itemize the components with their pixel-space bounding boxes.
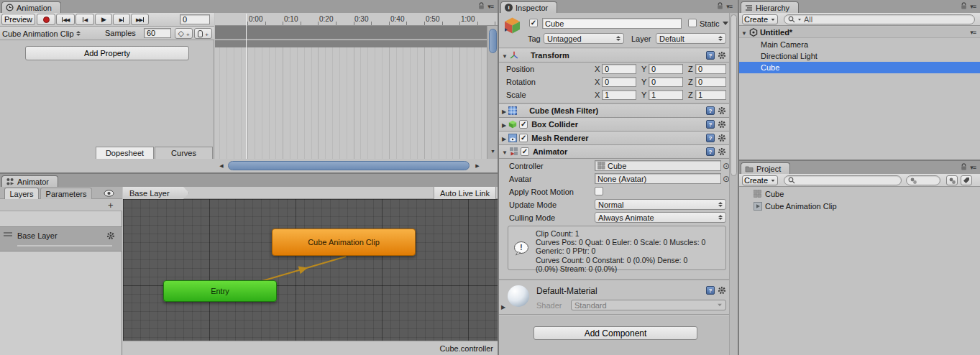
- eye-icon[interactable]: [104, 190, 114, 197]
- scene-row[interactable]: Untitled*: [739, 27, 980, 38]
- gear-icon[interactable]: [718, 134, 726, 142]
- position-x-field[interactable]: 0: [602, 64, 636, 74]
- timeline-horizontal-scrollbar[interactable]: ◀ ▶: [215, 159, 498, 172]
- foldout-icon[interactable]: [501, 302, 505, 310]
- component-enabled-checkbox[interactable]: [519, 134, 528, 142]
- tab-layers[interactable]: Layers: [4, 188, 39, 199]
- apply-root-motion-checkbox[interactable]: [595, 187, 603, 195]
- state-node-cube-animation-clip[interactable]: Cube Animation Clip: [272, 229, 416, 256]
- previous-frame-button[interactable]: [75, 14, 94, 25]
- tab-curves[interactable]: Curves: [155, 147, 213, 159]
- animator-component-header[interactable]: Animator ?: [499, 145, 729, 159]
- horizontal-scrollbar-thumb[interactable]: [228, 161, 470, 170]
- create-button[interactable]: Create: [742, 175, 778, 185]
- samples-field[interactable]: 60: [144, 28, 171, 38]
- record-button[interactable]: [37, 14, 55, 25]
- foldout-icon[interactable]: [502, 147, 508, 156]
- hierarchy-item-main-camera[interactable]: Main Camera: [739, 39, 980, 50]
- tab-inspector[interactable]: i Inspector: [500, 1, 557, 13]
- timeline-vertical-scrollbar[interactable]: ▼: [487, 26, 498, 159]
- panel-menu-icon[interactable]: [487, 3, 493, 10]
- help-icon[interactable]: ?: [706, 134, 715, 142]
- layer-item-base-layer[interactable]: Base Layer: [0, 226, 122, 252]
- gear-icon[interactable]: [718, 120, 726, 129]
- active-checkbox[interactable]: [529, 19, 538, 27]
- next-frame-button[interactable]: [113, 14, 130, 25]
- hierarchy-search-field[interactable]: All: [784, 14, 975, 24]
- help-icon[interactable]: ?: [706, 120, 715, 129]
- panel-menu-icon[interactable]: [726, 3, 732, 10]
- rotation-y-field[interactable]: 0: [649, 77, 683, 87]
- gear-icon[interactable]: [718, 51, 726, 60]
- preview-button[interactable]: Preview: [1, 14, 35, 25]
- foldout-icon[interactable]: [502, 134, 506, 142]
- panel-menu-icon[interactable]: [970, 3, 976, 10]
- foldout-icon[interactable]: [502, 51, 508, 60]
- culling-mode-dropdown[interactable]: Always Animate: [595, 212, 726, 223]
- gear-icon[interactable]: [718, 147, 726, 156]
- scroll-left-arrow-icon[interactable]: ◀: [218, 162, 225, 170]
- project-search-field[interactable]: [784, 175, 902, 185]
- timeline-ruler[interactable]: 0:00 0:10 0:20 0:30 0:40 0:50 1:00: [215, 13, 498, 26]
- gear-icon[interactable]: [718, 286, 726, 295]
- project-item-cube-controller[interactable]: Cube: [739, 188, 980, 199]
- component-enabled-checkbox[interactable]: [519, 120, 528, 129]
- foldout-icon[interactable]: [741, 28, 747, 37]
- current-frame-field[interactable]: 0: [180, 14, 210, 24]
- scroll-right-arrow-icon[interactable]: ▶: [474, 162, 481, 170]
- static-checkbox[interactable]: [688, 19, 697, 27]
- vertical-scrollbar-thumb[interactable]: [489, 29, 497, 53]
- scale-x-field[interactable]: 1: [602, 90, 636, 100]
- gear-icon[interactable]: [718, 106, 726, 115]
- scroll-down-arrow-icon[interactable]: ▼: [490, 148, 496, 155]
- add-event-button[interactable]: +: [194, 28, 212, 39]
- scene-menu-icon[interactable]: [970, 29, 976, 36]
- help-icon[interactable]: ?: [706, 106, 715, 115]
- help-icon[interactable]: ?: [706, 147, 715, 156]
- update-mode-dropdown[interactable]: Normal: [595, 199, 726, 210]
- search-by-type-button[interactable]: [946, 175, 958, 185]
- gameobject-name-field[interactable]: Cube: [542, 18, 682, 29]
- mesh-filter-header[interactable]: Cube (Mesh Filter) ?: [499, 104, 729, 118]
- lock-icon[interactable]: [961, 2, 967, 10]
- tab-dopesheet[interactable]: Dopesheet: [96, 147, 154, 159]
- position-z-field[interactable]: 0: [695, 64, 726, 74]
- inspector-scrollbar-thumb[interactable]: [731, 14, 737, 176]
- tab-hierarchy[interactable]: Hierarchy: [741, 1, 799, 13]
- lock-icon[interactable]: [717, 2, 723, 10]
- lock-icon[interactable]: [961, 163, 967, 171]
- help-icon[interactable]: ?: [706, 51, 715, 60]
- box-collider-header[interactable]: Box Collider ?: [499, 118, 729, 132]
- clip-selector-dropdown[interactable]: Cube Animation Clip: [2, 28, 100, 39]
- tag-dropdown[interactable]: Untagged: [544, 33, 624, 44]
- mesh-renderer-header[interactable]: Mesh Renderer ?: [499, 132, 729, 145]
- rotation-z-field[interactable]: 0: [695, 77, 726, 87]
- static-dropdown-icon[interactable]: [723, 22, 728, 25]
- play-button[interactable]: [95, 14, 112, 25]
- rotation-x-field[interactable]: 0: [602, 77, 636, 87]
- auto-live-link-button[interactable]: Auto Live Link: [434, 187, 496, 199]
- goto-first-frame-button[interactable]: [56, 14, 75, 25]
- add-component-button[interactable]: Add Component: [533, 326, 697, 340]
- add-property-button[interactable]: Add Property: [25, 46, 189, 60]
- scale-y-field[interactable]: 1: [649, 90, 683, 100]
- create-button[interactable]: Create: [742, 14, 778, 24]
- shader-dropdown[interactable]: Standard: [571, 300, 726, 310]
- scale-z-field[interactable]: 1: [695, 90, 726, 100]
- project-item-cube-animation-clip[interactable]: Cube Animation Clip: [739, 200, 980, 211]
- breadcrumb-base-layer[interactable]: Base Layer: [123, 187, 189, 199]
- search-by-type-filter[interactable]: [906, 175, 940, 185]
- transition-arrow[interactable]: [123, 199, 498, 341]
- lock-icon[interactable]: [478, 2, 485, 10]
- component-enabled-checkbox[interactable]: [521, 147, 529, 156]
- tab-parameters[interactable]: Parameters: [40, 188, 92, 199]
- gear-icon[interactable]: [106, 231, 115, 240]
- add-keyframe-button[interactable]: +: [175, 28, 193, 39]
- controller-object-field[interactable]: Cube: [595, 160, 721, 171]
- inspector-scrollbar[interactable]: [729, 13, 738, 355]
- hierarchy-item-cube[interactable]: Cube: [739, 62, 980, 73]
- tab-animation[interactable]: Animation: [1, 1, 61, 13]
- layer-dropdown[interactable]: Default: [656, 33, 726, 44]
- drag-handle-icon[interactable]: [4, 232, 12, 234]
- goto-last-frame-button[interactable]: [131, 14, 149, 25]
